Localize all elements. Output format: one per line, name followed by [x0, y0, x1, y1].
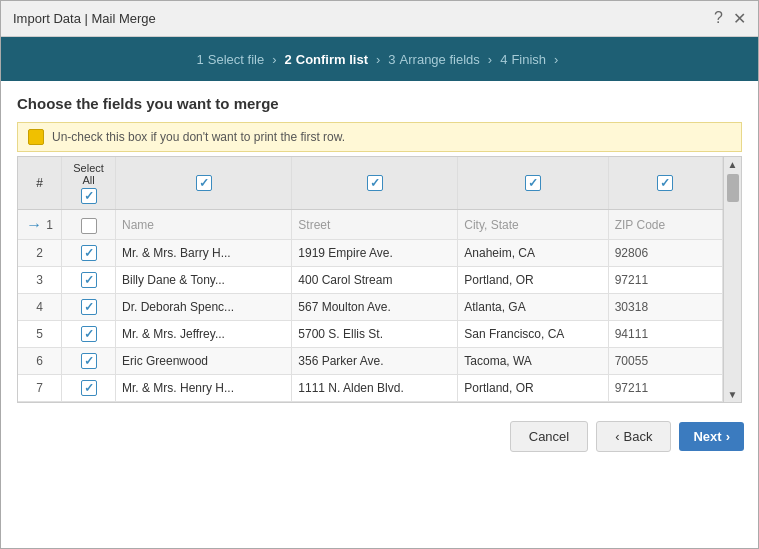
col-street-checkbox[interactable] [367, 175, 383, 191]
cell-city: San Francisco, CA [458, 321, 608, 348]
row-checkbox[interactable] [81, 326, 97, 342]
help-icon[interactable]: ? [714, 9, 723, 28]
row-checkbox[interactable] [81, 272, 97, 288]
step3-label: Arrange fields [400, 52, 480, 67]
row-number: 1 [46, 218, 53, 232]
scroll-thumb[interactable] [727, 174, 739, 202]
table-row: → 1 Name Street City, State ZIP Code [18, 210, 741, 240]
cell-city: Atlanta, GA [458, 294, 608, 321]
cell-city: Portland, OR [458, 267, 608, 294]
table-row: 7 Mr. & Mrs. Henry H... 1111 N. Alden Bl… [18, 375, 741, 402]
cell-name: Mr. & Mrs. Jeffrey... [116, 321, 292, 348]
chevron-2: › [376, 52, 380, 67]
cell-zip: 97211 [608, 375, 722, 402]
cell-street: 5700 S. Ellis St. [292, 321, 458, 348]
content-area: Choose the fields you want to merge Un-c… [1, 81, 758, 403]
cell-name: Eric Greenwood [116, 348, 292, 375]
warning-text: Un-check this box if you don't want to p… [52, 130, 345, 144]
table-row: 4 Dr. Deborah Spenc... 567 Moulton Ave. … [18, 294, 741, 321]
cell-street: 1111 N. Alden Blvd. [292, 375, 458, 402]
row-checkbox[interactable] [81, 380, 97, 396]
row-checkbox[interactable] [81, 245, 97, 261]
cell-street: Street [292, 210, 458, 240]
col-zip-checkbox[interactable] [657, 175, 673, 191]
cell-street: 356 Parker Ave. [292, 348, 458, 375]
step3-num: 3 [388, 52, 395, 67]
cell-check[interactable] [62, 240, 116, 267]
data-table-wrapper: # Select All [17, 156, 742, 403]
table-row: 2 Mr. & Mrs. Barry H... 1919 Empire Ave.… [18, 240, 741, 267]
cell-city: City, State [458, 210, 608, 240]
row-checkbox[interactable] [81, 218, 97, 234]
cell-check[interactable] [62, 210, 116, 240]
step2-num: 2 [285, 52, 292, 67]
th-zip [608, 157, 722, 210]
cell-check[interactable] [62, 294, 116, 321]
cell-name: Mr. & Mrs. Barry H... [116, 240, 292, 267]
next-label: Next [693, 429, 721, 444]
cell-zip: 70055 [608, 348, 722, 375]
warning-checkbox-icon[interactable] [28, 129, 44, 145]
data-table: # Select All [18, 157, 741, 402]
cell-zip: 92806 [608, 240, 722, 267]
section-title: Choose the fields you want to merge [17, 95, 742, 112]
close-icon[interactable]: ✕ [733, 9, 746, 28]
scroll-up-button[interactable]: ▲ [728, 157, 738, 172]
cell-city: Anaheim, CA [458, 240, 608, 267]
cell-num: 2 [18, 240, 62, 267]
cell-zip: 97211 [608, 267, 722, 294]
cell-check[interactable] [62, 348, 116, 375]
table-row: 3 Billy Dane & Tony... 400 Carol Stream … [18, 267, 741, 294]
cell-name: Mr. & Mrs. Henry H... [116, 375, 292, 402]
cell-street: 1919 Empire Ave. [292, 240, 458, 267]
cell-name: Dr. Deborah Spenc... [116, 294, 292, 321]
col-name-checkbox[interactable] [196, 175, 212, 191]
cell-check[interactable] [62, 267, 116, 294]
cell-zip: 94111 [608, 321, 722, 348]
th-name [116, 157, 292, 210]
table-row: 6 Eric Greenwood 356 Parker Ave. Tacoma,… [18, 348, 741, 375]
cell-zip: 30318 [608, 294, 722, 321]
table-row: 5 Mr. & Mrs. Jeffrey... 5700 S. Ellis St… [18, 321, 741, 348]
cell-num: 3 [18, 267, 62, 294]
cell-num: 7 [18, 375, 62, 402]
step4-num: 4 [500, 52, 507, 67]
th-street [292, 157, 458, 210]
cell-street: 400 Carol Stream [292, 267, 458, 294]
chevron-4: › [554, 52, 558, 67]
th-select-all[interactable]: Select All [62, 157, 116, 210]
row-checkbox[interactable] [81, 353, 97, 369]
titlebar: Import Data | Mail Merge ? ✕ [1, 1, 758, 37]
col-city-checkbox[interactable] [525, 175, 541, 191]
next-chevron-icon: › [726, 429, 730, 444]
wizard-step-2[interactable]: 2 Confirm list [285, 52, 368, 67]
wizard-step-4[interactable]: 4 Finish [500, 52, 546, 67]
chevron-1: › [272, 52, 276, 67]
cell-check[interactable] [62, 375, 116, 402]
scroll-down-button[interactable]: ▼ [728, 387, 738, 402]
warning-banner: Un-check this box if you don't want to p… [17, 122, 742, 152]
next-button[interactable]: Next › [679, 422, 744, 451]
select-all-checkbox[interactable] [81, 188, 97, 204]
cell-num: 4 [18, 294, 62, 321]
step1-label: Select file [208, 52, 264, 67]
cell-num: 6 [18, 348, 62, 375]
row-arrow-icon: → [26, 216, 42, 234]
wizard-step-3[interactable]: 3 Arrange fields [388, 52, 479, 67]
wizard-step-1[interactable]: 1 Select file [197, 52, 265, 67]
back-button[interactable]: ‹ Back [596, 421, 671, 452]
scrollbar[interactable]: ▲ ▼ [723, 157, 741, 402]
table-header: # Select All [18, 157, 741, 210]
back-label: Back [624, 429, 653, 444]
cell-zip: ZIP Code [608, 210, 722, 240]
row-checkbox[interactable] [81, 299, 97, 315]
cancel-button[interactable]: Cancel [510, 421, 588, 452]
cell-num: 5 [18, 321, 62, 348]
chevron-3: › [488, 52, 492, 67]
step1-num: 1 [197, 52, 204, 67]
cell-city: Tacoma, WA [458, 348, 608, 375]
step4-label: Finish [511, 52, 546, 67]
back-chevron-icon: ‹ [615, 429, 619, 444]
cell-check[interactable] [62, 321, 116, 348]
cell-num: → 1 [18, 210, 62, 240]
